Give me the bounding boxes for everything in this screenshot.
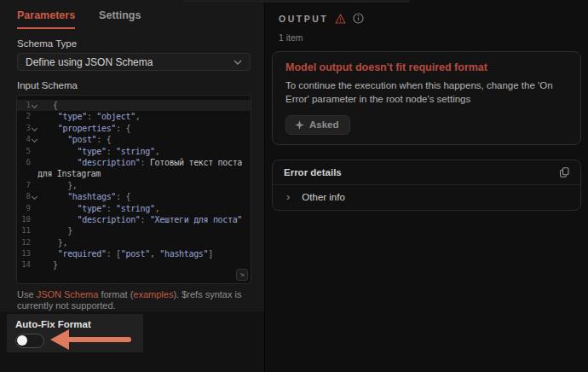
examples-link[interactable]: examples: [133, 289, 173, 299]
line-number: 9: [20, 203, 31, 214]
fold-chevron-icon[interactable]: [31, 134, 38, 145]
code-line[interactable]: для Instagram: [17, 168, 251, 179]
line-number: 6: [20, 157, 31, 168]
output-header: OUTPUT: [279, 13, 574, 24]
fold-spacer: [31, 259, 38, 270]
code-line[interactable]: 11 }: [17, 225, 251, 236]
line-number: 10: [20, 214, 31, 225]
code-line[interactable]: 1 {: [17, 100, 251, 111]
fold-chevron-icon[interactable]: [31, 100, 38, 111]
schema-hint: Use JSON Schema format (examples). $refs…: [17, 289, 247, 311]
hint-text: Use: [17, 289, 37, 299]
fold-spacer: [31, 237, 38, 248]
code-text: "required": ["post", "hashtags"]: [38, 248, 213, 259]
json-schema-link[interactable]: JSON Schema: [37, 289, 99, 299]
auto-fix-toggle[interactable]: [15, 334, 44, 348]
other-info-label: Other info: [302, 192, 345, 202]
output-title: OUTPUT: [279, 14, 328, 24]
code-line[interactable]: 14 }: [17, 259, 251, 270]
line-number: 13: [20, 248, 31, 259]
code-line[interactable]: 10 "description": "Хештеги для поста": [17, 214, 251, 225]
annotation-arrow: [47, 327, 132, 352]
fold-spacer: [31, 248, 38, 259]
line-number: 12: [20, 237, 31, 248]
code-line[interactable]: 9 "type": "string",: [17, 203, 251, 214]
code-text: "description": Готовый текст поста: [38, 157, 242, 168]
parameters-panel-main: Parameters Settings Schema Type Define u…: [0, 0, 264, 311]
error-card: Model output doesn't fit required format…: [272, 51, 581, 145]
line-number: 2: [20, 111, 31, 122]
code-line[interactable]: 2 "type": "object",: [17, 111, 251, 122]
asked-button[interactable]: Asked: [285, 115, 350, 135]
fold-spacer: [31, 180, 38, 191]
error-title: Model output doesn't fit required format: [285, 61, 568, 73]
code-text: {: [38, 100, 58, 111]
line-number: 7: [20, 180, 31, 191]
tab-parameters[interactable]: Parameters: [17, 9, 75, 29]
parameters-panel-footer: Auto-Fix Format: [0, 311, 264, 372]
line-number: 1: [20, 100, 31, 111]
top-edge: [183, 0, 410, 3]
code-line[interactable]: 13 "required": ["post", "hashtags"]: [17, 248, 251, 259]
code-text: "type": "string",: [38, 203, 159, 214]
line-number: 5: [20, 146, 31, 157]
fold-spacer: [31, 111, 38, 122]
code-line[interactable]: 7 },: [17, 180, 251, 191]
other-info-row[interactable]: › Other info: [273, 185, 580, 210]
code-line[interactable]: 6 "description": Готовый текст поста: [17, 157, 251, 168]
schema-type-select[interactable]: Define using JSON Schema: [17, 53, 251, 71]
line-number: 8: [20, 191, 31, 202]
copy-icon: [560, 167, 569, 177]
expand-editor-button[interactable]: ⇲: [236, 269, 248, 281]
code-text: "description": "Хештеги для поста": [38, 214, 242, 225]
toggle-knob: [17, 335, 27, 346]
error-details-title: Error details: [284, 167, 342, 177]
warning-icon: [335, 14, 346, 24]
schema-type-label: Schema Type: [17, 38, 247, 49]
fold-spacer: [31, 203, 38, 214]
output-panel: OUTPUT 1 item Model output doesn't fit r…: [264, 0, 588, 372]
error-details-card: Error details › Other info: [272, 160, 581, 211]
code-line[interactable]: 12 },: [17, 237, 251, 248]
schema-type-value: Define using JSON Schema: [26, 56, 153, 68]
code-text: }: [38, 259, 58, 270]
tab-settings[interactable]: Settings: [99, 9, 141, 29]
copy-button[interactable]: [560, 167, 569, 177]
line-number: 4: [20, 134, 31, 145]
code-line[interactable]: 3 "properties": {: [17, 123, 251, 134]
asked-button-label: Asked: [309, 119, 339, 130]
line-number: 11: [20, 225, 31, 236]
node-details-view: Parameters Settings Schema Type Define u…: [0, 0, 588, 372]
expand-icon: ⇲: [240, 270, 245, 278]
hint-text: format (: [98, 289, 133, 299]
chevron-down-icon: [233, 60, 242, 65]
code-text: },: [38, 180, 78, 191]
fold-spacer: [31, 146, 38, 157]
fold-chevron-icon[interactable]: [31, 191, 38, 202]
parameters-panel: Parameters Settings Schema Type Define u…: [0, 0, 264, 372]
fold-spacer: [31, 214, 38, 225]
error-details-header: Error details: [273, 160, 580, 185]
tab-bar: Parameters Settings: [0, 0, 264, 29]
code-text: "hashtags": {: [38, 191, 130, 202]
code-text: "properties": {: [38, 123, 130, 134]
code-text: }: [38, 225, 72, 236]
code-text: "type": "string",: [38, 146, 159, 157]
chevron-right-icon: ›: [286, 193, 290, 201]
items-count: 1 item: [279, 32, 574, 43]
code-line[interactable]: 4 "post": {: [17, 134, 251, 145]
error-description: To continue the execution when this happ…: [285, 79, 568, 106]
code-text: "post": {: [38, 134, 111, 145]
code-line[interactable]: 5 "type": "string",: [17, 146, 251, 157]
code-rows: 1 {2 "type": "object",3 "properties": {4…: [17, 100, 251, 271]
line-number: 14: [20, 259, 31, 270]
fold-chevron-icon[interactable]: [31, 123, 38, 134]
code-text: для Instagram: [37, 168, 101, 179]
fold-spacer: [31, 157, 38, 168]
line-number: 3: [20, 123, 31, 134]
info-icon[interactable]: [353, 13, 364, 24]
json-schema-editor[interactable]: 1 {2 "type": "object",3 "properties": {4…: [16, 95, 251, 284]
code-line[interactable]: 8 "hashtags": {: [17, 191, 251, 202]
sparkle-icon: [295, 120, 304, 130]
fold-spacer: [31, 225, 38, 236]
